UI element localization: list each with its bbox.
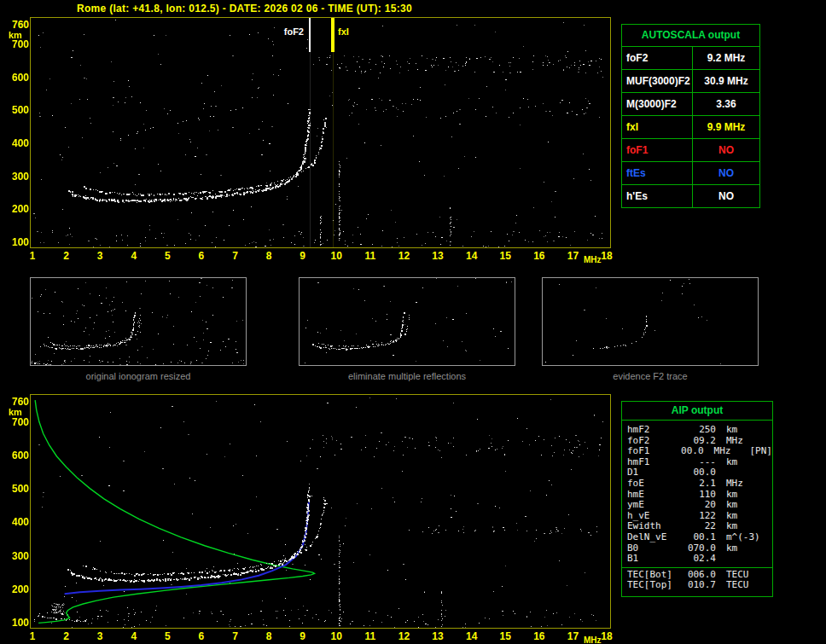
x-axis-tick: 11 (361, 631, 380, 641)
thumbnail-canvas (543, 278, 758, 365)
y-axis-tick: 200 (7, 584, 29, 595)
aip-parameter-label: DelN_vE (627, 532, 682, 543)
thumbnail-f2-trace (542, 277, 759, 366)
aip-parameter-unit: MHz (704, 446, 747, 457)
aip-panel: AIP output hmF2250kmfoF209.2MHzfoF100.0M… (621, 401, 773, 597)
aip-parameter-value: 010.7 (682, 580, 716, 591)
autoscala-parameter-label: MUF(3000)F2 (622, 70, 693, 92)
autoscala-parameter-value: NO (693, 139, 759, 161)
y-axis-unit-km: km (9, 408, 22, 417)
x-axis-tick: 9 (294, 251, 312, 261)
aip-parameter-flag (764, 479, 767, 490)
x-axis-tick: 3 (90, 251, 109, 261)
x-axis-tick: 17 (563, 631, 582, 641)
autoscala-parameter-label: foF1 (622, 139, 693, 161)
aip-parameter-unit (716, 554, 764, 565)
y-axis-tick: 400 (7, 138, 29, 148)
y-axis-tick: 200 (7, 204, 29, 214)
y-axis-tick: 600 (7, 73, 29, 83)
x-axis-tick: 14 (462, 251, 481, 261)
aip-parameter-unit: km (716, 457, 764, 468)
station-title: Rome (lat: +41.8, lon: 012.5) - DATE: 20… (77, 3, 412, 15)
autoscala-parameter-label: fxI (622, 116, 693, 138)
x-axis-tick: 4 (125, 251, 143, 261)
aip-parameter-flag (764, 490, 767, 501)
aip-row: foF100.0MHz[PN] (627, 446, 772, 457)
aip-separator (622, 567, 772, 568)
aip-row: B102.4 (627, 554, 772, 565)
x-axis-tick: 10 (327, 631, 346, 641)
aip-row: TEC[Top]010.7TECU (627, 580, 772, 591)
y-axis-tick: 300 (7, 551, 29, 561)
aip-parameter-flag (764, 532, 767, 543)
aip-parameter-label: ymE (627, 500, 682, 511)
aip-parameter-label: B1 (627, 554, 682, 565)
x-axis-tick: 8 (259, 631, 278, 641)
x-axis-tick: 17 (563, 251, 582, 261)
x-axis-tick: 12 (394, 251, 413, 261)
aip-parameter-unit: m^(-3) (716, 532, 764, 543)
aip-row: foE2.1MHz (627, 479, 772, 490)
autoscala-row: M(3000)F23.36 (622, 93, 759, 116)
y-axis-tick: 400 (7, 517, 29, 527)
aip-row: hmF2250km (627, 425, 772, 436)
aip-parameter-unit: km (716, 543, 764, 554)
aip-parameter-label: foE (627, 479, 682, 490)
autoscala-row: foF29.2 MHz (622, 47, 759, 70)
autoscala-row: foF1NO (622, 139, 759, 162)
autoscala-parameter-label: ftEs (622, 162, 693, 184)
autoscala-parameter-value: NO (693, 185, 759, 207)
x-axis-tick: 8 (259, 251, 278, 261)
x-axis-tick: 15 (496, 631, 515, 641)
aip-parameter-unit: km (716, 500, 764, 511)
thumbnail-caption: evidence F2 trace (542, 371, 759, 381)
thumbnail-caption: eliminate multiple reflections (299, 371, 515, 381)
aip-row: hmE110km (627, 490, 772, 501)
fxI-marker-label: fxI (338, 26, 349, 37)
aip-parameter-flag (764, 425, 767, 436)
x-axis-tick: 11 (361, 251, 380, 261)
aip-parameter-unit: MHz (716, 479, 764, 490)
x-axis-tick: 3 (90, 631, 109, 641)
aip-parameter-value: 250 (682, 425, 716, 436)
ionogram-top-plot (30, 17, 611, 248)
x-axis-tick: 12 (394, 631, 413, 641)
x-axis-tick: 13 (428, 251, 447, 261)
aip-parameter-unit: km (716, 511, 764, 522)
autoscala-parameter-label: foF2 (622, 47, 693, 69)
thumbnail-canvas (31, 278, 246, 365)
aip-parameter-value: 02.4 (682, 554, 716, 565)
y-axis-tick: 700 (7, 39, 29, 49)
aip-parameter-label: foF1 (627, 446, 674, 457)
y-axis-tick: 500 (7, 484, 29, 494)
thumbnail-original-ionogram (30, 277, 247, 366)
x-axis-unit-mhz: MHz (584, 635, 602, 644)
x-axis-tick: 14 (462, 631, 481, 641)
x-axis-tick: 16 (530, 631, 549, 641)
x-axis-tick: 4 (125, 631, 143, 641)
x-axis-tick: 5 (158, 631, 177, 641)
autoscala-parameter-value: 30.9 MHz (693, 70, 759, 92)
autoscala-row: h'EsNO (622, 185, 759, 207)
autoscala-app-window: Rome (lat: +41.8, lon: 012.5) - DATE: 20… (0, 0, 826, 644)
autoscala-row: MUF(3000)F230.9 MHz (622, 70, 759, 93)
aip-parameter-flag (764, 511, 767, 522)
x-axis-unit-mhz: MHz (584, 255, 602, 264)
aip-body: hmF2250kmfoF209.2MHzfoF100.0MHz[PN]hmF1-… (622, 421, 772, 565)
y-axis-tick: 760 (7, 20, 29, 30)
aip-parameter-label: TEC[Top] (627, 580, 682, 591)
y-axis-tick: 100 (7, 618, 29, 628)
thumbnail-caption: original ionogram resized (30, 371, 247, 381)
y-axis-tick: 600 (7, 450, 29, 461)
autoscala-parameter-value: NO (693, 162, 759, 184)
x-axis-tick: 1 (23, 631, 42, 641)
y-axis-unit-km: km (9, 31, 22, 40)
x-axis-tick: 6 (192, 251, 211, 261)
autoscala-body: foF29.2 MHzMUF(3000)F230.9 MHzM(3000)F23… (622, 47, 759, 207)
x-axis-tick: 10 (327, 251, 346, 261)
aip-parameter-unit: km (716, 425, 764, 436)
autoscala-row: fxI9.9 MHz (622, 116, 759, 139)
x-axis-tick: 16 (530, 251, 549, 261)
autoscala-parameter-value: 3.36 (693, 93, 759, 115)
aip-row: DelN_vE00.1m^(-3) (627, 532, 772, 543)
